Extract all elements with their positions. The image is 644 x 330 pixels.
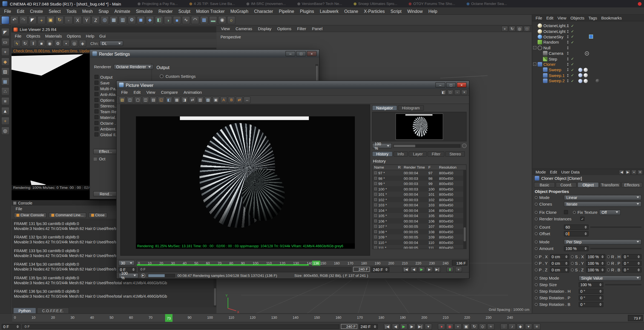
camera-lock-icon[interactable]: ◉ <box>46 40 53 47</box>
effect-button[interactable]: Effect... <box>93 149 118 154</box>
timeline-options-icon[interactable]: ≡ <box>533 323 540 330</box>
model-mode-icon[interactable]: ◆ <box>1 58 9 66</box>
rh-field[interactable]: 0 ° <box>622 254 642 259</box>
coordinate-system-icon[interactable]: ◎ <box>101 16 109 24</box>
history-row[interactable]: 105 * 00:00:04 105 800x450 <box>373 213 464 218</box>
menu-item[interactable]: Select <box>46 7 64 15</box>
next-frame-icon[interactable]: ▶ <box>426 267 433 272</box>
goto-start-icon[interactable]: |◀ <box>403 267 410 272</box>
minimize-button[interactable]: – <box>286 51 295 56</box>
history-scrollbar[interactable] <box>463 170 466 249</box>
spline-pen-icon[interactable]: ∿ <box>182 16 190 24</box>
lock-icon[interactable]: ▪ <box>62 40 70 47</box>
history-row[interactable]: 111 * 00:00:05 111 800x450 <box>373 245 464 249</box>
tab-object[interactable]: Object <box>578 182 599 188</box>
split-view-icon[interactable]: ◨ <box>181 96 188 103</box>
material-tag-icon[interactable] <box>584 73 588 77</box>
menu-item[interactable]: Snap <box>96 7 111 15</box>
history-row[interactable]: 103 * 00:00:04 103 800x450 <box>373 202 464 208</box>
grid-view-icon[interactable]: ▦ <box>173 96 180 103</box>
menu-item[interactable]: Mesh <box>79 7 96 15</box>
menu-item[interactable]: Objects <box>568 16 586 20</box>
close-button[interactable]: × <box>457 82 467 88</box>
visibility-dots[interactable] <box>567 68 569 72</box>
menu-item[interactable]: Compare <box>158 90 181 95</box>
anim-dot-icon[interactable] <box>535 277 538 280</box>
goto-end-icon[interactable]: ▶| <box>416 323 424 330</box>
play-forwards-icon[interactable]: ▶ <box>418 267 425 272</box>
menu-item[interactable]: Panel <box>309 26 325 31</box>
material-tag-icon[interactable] <box>584 68 588 72</box>
section-checkbox[interactable] <box>94 127 99 131</box>
tab-basic[interactable]: Basic <box>534 182 555 188</box>
version-b-icon[interactable]: B <box>228 96 235 103</box>
background-tab[interactable]: OTOY Forums The Sho... <box>409 2 455 6</box>
oct-item[interactable]: Oct <box>93 157 105 161</box>
move-tool-icon[interactable]: + <box>38 16 46 24</box>
texture-mode-icon[interactable]: ▨ <box>1 67 9 76</box>
tab-python[interactable]: Python <box>13 308 36 313</box>
workplane-mode-icon[interactable]: ▦ <box>1 77 9 86</box>
rp-field[interactable]: 0 ° <box>622 260 642 266</box>
sync-icon[interactable]: ↻ <box>21 40 29 47</box>
settings-section-item[interactable]: Output <box>93 74 148 80</box>
floor-object-icon[interactable]: ▬ <box>209 16 217 24</box>
tab-history[interactable]: History <box>372 151 392 157</box>
save-image-icon[interactable]: ◫ <box>127 96 134 103</box>
background-tab[interactable]: 4 JS TIP: Save Line Ba... <box>189 2 235 6</box>
pin-panel-icon[interactable]: ◦ <box>454 89 461 95</box>
menu-item[interactable]: File <box>534 16 544 20</box>
undo-icon[interactable]: ↶ <box>10 16 19 24</box>
collapse-expander-icon[interactable]: - <box>533 46 536 49</box>
object-row[interactable]: OctaneLight ✓ <box>532 29 644 34</box>
collapse-expander-icon[interactable]: - <box>533 62 536 66</box>
previous-frame-icon[interactable]: ◀ <box>410 267 418 272</box>
clear-console-button[interactable]: Clear Console <box>14 212 47 218</box>
section-checkbox[interactable] <box>94 98 99 102</box>
anim-dot-icon[interactable] <box>535 268 538 271</box>
minimize-button[interactable]: – <box>435 82 445 88</box>
step-size-field[interactable]: 100 % <box>579 282 603 287</box>
lock-y-axis-icon[interactable]: Y <box>83 16 91 24</box>
column-f[interactable]: F <box>429 165 439 169</box>
points-mode-icon[interactable]: ∴ <box>1 87 9 95</box>
next-frame-icon[interactable]: ▶ <box>408 323 416 330</box>
menu-item[interactable]: Script <box>388 7 404 15</box>
object-row[interactable]: Sweep.1 ✓ <box>532 73 644 78</box>
visibility-dots[interactable] <box>567 62 569 66</box>
anim-dot-icon[interactable] <box>535 283 538 286</box>
last-tool-icon[interactable]: ◦ <box>65 16 73 24</box>
tab-stereo[interactable]: Stereo <box>445 151 465 157</box>
visibility-dots[interactable] <box>567 35 569 39</box>
navigator-view-icon[interactable]: ▧ <box>205 96 212 103</box>
mode-dropdown[interactable]: Linear <box>564 195 642 200</box>
lock-x-axis-icon[interactable]: X <box>74 16 82 24</box>
background-tab[interactable]: Projecting a Pay Ra... <box>137 2 178 6</box>
per-step-dropdown[interactable]: Per Step <box>564 239 642 244</box>
enabled-check-icon[interactable]: ✓ <box>571 24 574 28</box>
anim-dot-icon[interactable] <box>535 296 538 299</box>
arc-spline-icon[interactable]: ◠ <box>191 16 199 24</box>
tab-navigator[interactable]: Navigator <box>372 105 397 111</box>
history-row[interactable]: 109 * 00:00:05 109 800x450 <box>373 234 464 240</box>
menu-item[interactable]: Edit <box>131 90 143 95</box>
fps-dropdown[interactable]: 30 <box>118 260 135 266</box>
menu-item[interactable]: MoGraph <box>228 7 251 15</box>
fullscreen-icon[interactable]: ◱ <box>158 96 165 103</box>
menu-item[interactable]: Sculpt <box>176 7 193 15</box>
main-frame-ruler[interactable]: 0102030405060708090100110120130140150160… <box>12 314 644 322</box>
section-checkbox[interactable] <box>94 75 99 79</box>
step-size-slider[interactable] <box>605 284 642 285</box>
keyframe-selection-icon[interactable]: ◆ <box>517 323 524 330</box>
background-tab[interactable]: VersionBase? Tech Ne... <box>297 2 342 6</box>
menu-item[interactable]: Tools <box>64 7 79 15</box>
viewport-solo-icon[interactable]: ◎ <box>1 127 9 135</box>
renderer-dropdown[interactable]: Octane Renderer <box>114 64 153 70</box>
image-canvas-area[interactable]: Rendering: 81.25% Ms/Sec: 13.181 Time: 0… <box>120 104 370 256</box>
range-start-field[interactable]: 0 F <box>2 324 21 329</box>
menu-item[interactable]: Gui <box>97 33 108 38</box>
marker-icon[interactable]: ▾ <box>525 323 532 330</box>
histogram-view-icon[interactable]: ▥ <box>197 96 204 103</box>
anim-dot-icon[interactable] <box>571 262 574 265</box>
object-row[interactable]: - Null <box>532 45 644 50</box>
